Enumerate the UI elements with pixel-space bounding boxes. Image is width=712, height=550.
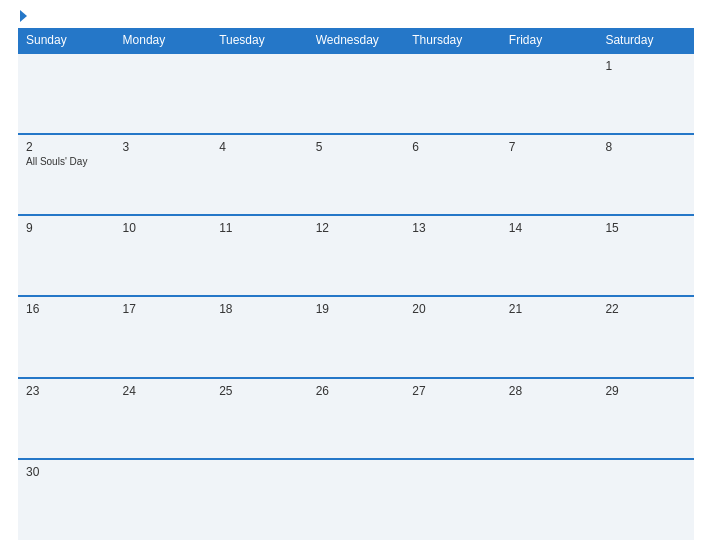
logo (18, 10, 27, 22)
logo-blue-text (18, 10, 27, 22)
calendar-cell: 27 (404, 378, 501, 459)
day-number: 25 (219, 384, 300, 398)
day-number: 11 (219, 221, 300, 235)
calendar-cell: 28 (501, 378, 598, 459)
column-header-sunday: Sunday (18, 28, 115, 53)
calendar-cell: 1 (597, 53, 694, 134)
calendar-cell: 18 (211, 296, 308, 377)
day-number: 4 (219, 140, 300, 154)
calendar-cell (501, 53, 598, 134)
calendar-cell: 6 (404, 134, 501, 215)
calendar-cell: 15 (597, 215, 694, 296)
day-number: 23 (26, 384, 107, 398)
calendar-cell: 17 (115, 296, 212, 377)
calendar-week-row: 2All Souls' Day345678 (18, 134, 694, 215)
calendar-cell (18, 53, 115, 134)
day-number: 8 (605, 140, 686, 154)
calendar-cell: 24 (115, 378, 212, 459)
day-number: 26 (316, 384, 397, 398)
column-header-monday: Monday (115, 28, 212, 53)
calendar-cell: 30 (18, 459, 115, 540)
calendar-cell: 21 (501, 296, 598, 377)
day-number: 22 (605, 302, 686, 316)
day-number: 10 (123, 221, 204, 235)
calendar-week-row: 9101112131415 (18, 215, 694, 296)
day-number: 19 (316, 302, 397, 316)
calendar-cell (115, 53, 212, 134)
calendar-cell: 10 (115, 215, 212, 296)
column-header-friday: Friday (501, 28, 598, 53)
calendar-cell: 9 (18, 215, 115, 296)
calendar-cell: 2All Souls' Day (18, 134, 115, 215)
calendar-week-row: 1 (18, 53, 694, 134)
calendar-cell: 23 (18, 378, 115, 459)
calendar-header-row: SundayMondayTuesdayWednesdayThursdayFrid… (18, 28, 694, 53)
calendar-cell: 26 (308, 378, 405, 459)
calendar-cell: 19 (308, 296, 405, 377)
day-number: 13 (412, 221, 493, 235)
day-number: 3 (123, 140, 204, 154)
calendar-cell: 29 (597, 378, 694, 459)
calendar-cell (115, 459, 212, 540)
calendar-cell (308, 53, 405, 134)
logo-triangle-icon (20, 10, 27, 22)
column-header-tuesday: Tuesday (211, 28, 308, 53)
day-number: 21 (509, 302, 590, 316)
day-number: 5 (316, 140, 397, 154)
day-number: 30 (26, 465, 107, 479)
day-number: 1 (605, 59, 686, 73)
calendar-cell (404, 53, 501, 134)
header (18, 10, 694, 22)
day-number: 6 (412, 140, 493, 154)
calendar-cell: 13 (404, 215, 501, 296)
column-header-wednesday: Wednesday (308, 28, 405, 53)
calendar-cell (501, 459, 598, 540)
day-number: 7 (509, 140, 590, 154)
day-number: 29 (605, 384, 686, 398)
calendar-cell: 8 (597, 134, 694, 215)
day-number: 16 (26, 302, 107, 316)
calendar-cell: 16 (18, 296, 115, 377)
day-number: 12 (316, 221, 397, 235)
calendar-cell: 4 (211, 134, 308, 215)
day-number: 14 (509, 221, 590, 235)
day-number: 24 (123, 384, 204, 398)
calendar-cell: 5 (308, 134, 405, 215)
calendar-cell (597, 459, 694, 540)
calendar-cell: 25 (211, 378, 308, 459)
calendar-table: SundayMondayTuesdayWednesdayThursdayFrid… (18, 28, 694, 540)
day-number: 20 (412, 302, 493, 316)
calendar-cell: 11 (211, 215, 308, 296)
calendar-cell: 22 (597, 296, 694, 377)
calendar-week-row: 30 (18, 459, 694, 540)
calendar-cell (404, 459, 501, 540)
calendar-cell: 14 (501, 215, 598, 296)
day-number: 27 (412, 384, 493, 398)
calendar-week-row: 23242526272829 (18, 378, 694, 459)
day-number: 28 (509, 384, 590, 398)
column-header-saturday: Saturday (597, 28, 694, 53)
day-number: 9 (26, 221, 107, 235)
day-number: 2 (26, 140, 107, 154)
calendar-cell (211, 459, 308, 540)
day-number: 15 (605, 221, 686, 235)
calendar-cell: 12 (308, 215, 405, 296)
calendar-cell: 20 (404, 296, 501, 377)
day-number: 17 (123, 302, 204, 316)
calendar-cell: 7 (501, 134, 598, 215)
column-header-thursday: Thursday (404, 28, 501, 53)
day-number: 18 (219, 302, 300, 316)
calendar-cell (308, 459, 405, 540)
calendar-cell: 3 (115, 134, 212, 215)
holiday-label: All Souls' Day (26, 156, 107, 167)
calendar-cell (211, 53, 308, 134)
calendar-week-row: 16171819202122 (18, 296, 694, 377)
